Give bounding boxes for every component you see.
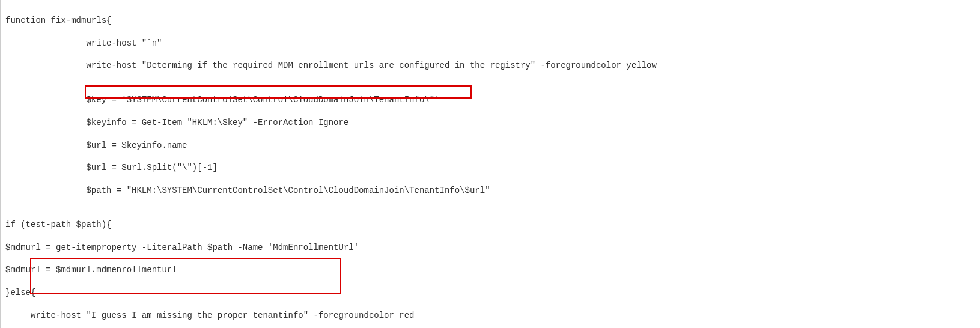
code-line: write-host "`n" [5,38,980,49]
code-line: write-host "I guess I am missing the pro… [5,310,980,321]
code-line: $keyinfo = Get-Item "HKLM:\$key" -ErrorA… [5,117,980,129]
highlight-box-path [85,85,472,99]
code-line: write-host "Determing if the required MD… [5,60,980,71]
code-line: $url = $keyinfo.name [5,140,980,151]
code-line: $url = $url.Split("\")[-1] [5,162,980,174]
code-line: if (test-path $path){ [5,219,980,231]
code-line: function fix-mdmurls{ [5,15,980,26]
code-line: $path = "HKLM:\SYSTEM\CurrentControlSet\… [5,185,980,196]
highlight-box-newitem [30,258,341,294]
code-line: $mdmurl = get-itemproperty -LiteralPath … [5,242,980,254]
code-block: function fix-mdmurls{ write-host "`n" wr… [0,0,980,328]
